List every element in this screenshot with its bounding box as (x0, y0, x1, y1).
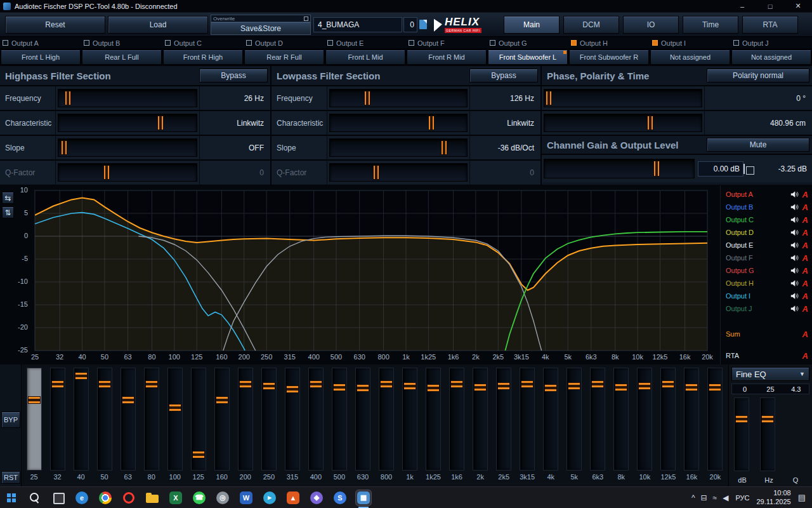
slider-handle[interactable] (647, 116, 653, 130)
eq-slider-handle[interactable] (591, 380, 604, 388)
analyzer-flag[interactable]: A (799, 279, 808, 288)
speaker-icon[interactable] (789, 216, 799, 224)
fine-eq-hz-slider[interactable] (760, 398, 775, 471)
checkbox-output-f[interactable] (409, 40, 414, 46)
analyzer-flag[interactable]: A (799, 266, 808, 276)
eq-slider-track-2k[interactable] (473, 368, 488, 471)
minimize-button[interactable]: – (728, 0, 756, 12)
tray-volume-icon[interactable]: ◀ (723, 493, 728, 502)
checkbox-output-j[interactable] (733, 40, 739, 46)
eq-slider-track-160[interactable] (214, 368, 230, 471)
speaker-icon[interactable] (789, 292, 799, 300)
tray-clock[interactable]: 10:08 29.11.2025 (756, 489, 790, 507)
analyzer-flag[interactable]: A (799, 190, 808, 199)
eq-slider-track-100[interactable] (167, 368, 183, 471)
speaker-icon[interactable] (789, 254, 799, 262)
purple-app-icon[interactable]: ◆ (309, 490, 324, 505)
channel-button-front-r-mid[interactable]: Front R Mid (407, 50, 487, 65)
tab-main[interactable]: Main (504, 16, 560, 34)
eq-slider-handle[interactable] (51, 380, 64, 388)
channel-button-rear-r-full[interactable]: Rear R Full (244, 50, 324, 65)
slider-track[interactable] (329, 138, 468, 157)
analyzer-flag[interactable]: A (799, 228, 808, 237)
eq-slider-track-500[interactable] (332, 368, 347, 471)
slider-track[interactable] (329, 89, 468, 107)
eq-slider-handle[interactable] (75, 372, 88, 380)
speaker-icon[interactable] (789, 267, 799, 274)
security-app-icon[interactable]: ▲ (285, 490, 301, 505)
slider-track[interactable] (329, 163, 468, 182)
taskview-icon[interactable] (51, 490, 66, 505)
plot-area[interactable] (35, 190, 707, 351)
fine-eq-hz-handle[interactable] (761, 415, 774, 423)
fine-eq-q-value[interactable]: 4.3 (783, 384, 809, 394)
eq-slider-track-5k[interactable] (566, 368, 582, 471)
channel-button-not-assigned[interactable]: Not assigned (731, 50, 811, 65)
speaker-icon[interactable] (789, 305, 799, 312)
tab-rta[interactable]: RTA (742, 16, 798, 34)
eq-slider-track-4k[interactable] (543, 368, 558, 471)
analyzer-flag[interactable]: A (799, 241, 808, 250)
checkbox-output-h[interactable] (571, 40, 577, 46)
analyzer-flag[interactable]: A (799, 304, 808, 314)
eq-slider-handle[interactable] (145, 380, 158, 388)
eq-slider-handle[interactable] (98, 380, 111, 388)
channel-button-front-l-mid[interactable]: Front L Mid (325, 50, 405, 65)
sum-analyzer-flag[interactable]: A (799, 330, 808, 339)
eq-slider-track-6k3[interactable] (590, 368, 605, 471)
checkbox-output-c[interactable] (165, 40, 171, 46)
eq-slider-track-400[interactable] (308, 368, 324, 471)
preset-name-input[interactable]: 4_BUMAGA (313, 17, 402, 32)
save-store-button[interactable]: Save&Store (211, 22, 310, 34)
start-icon[interactable] (4, 490, 19, 505)
checkbox-output-g[interactable] (490, 40, 495, 46)
eq-slider-track-1k6[interactable] (449, 368, 464, 471)
slider-handle[interactable] (364, 91, 370, 105)
slider-handle[interactable] (65, 91, 71, 105)
slider-handle[interactable] (157, 116, 164, 130)
link-icon[interactable] (743, 164, 745, 174)
eq-slider-track-16k[interactable] (684, 368, 699, 471)
eq-slider-track-32[interactable] (50, 368, 65, 471)
eq-slider-handle[interactable] (544, 384, 557, 392)
eq-slider-handle[interactable] (521, 380, 534, 388)
fine-eq-db-value[interactable]: 0 (732, 384, 757, 394)
eq-slider-handle[interactable] (263, 382, 275, 390)
word-icon[interactable]: W (239, 490, 254, 505)
fine-eq-hz-value[interactable]: 25 (757, 384, 783, 394)
eq-slider-handle[interactable] (403, 382, 416, 390)
slider-handle[interactable] (441, 140, 447, 155)
eq-slider-handle[interactable] (709, 384, 721, 391)
fine-eq-dropdown[interactable]: Fine EQ ▼ (731, 367, 809, 381)
eq-slider-handle[interactable] (450, 380, 463, 388)
eq-slider-track-12k5[interactable] (660, 368, 676, 471)
preset-edit-icon[interactable] (419, 20, 427, 29)
analyzer-flag[interactable]: A (799, 203, 808, 212)
tray-display-icon[interactable]: ⊟ (701, 493, 707, 502)
eq-slider-handle[interactable] (615, 384, 627, 391)
eq-slider-handle[interactable] (310, 380, 322, 388)
eq-slider-track-50[interactable] (97, 368, 112, 471)
gain-value[interactable]: 0.00 dB (698, 161, 743, 177)
eq-slider-track-1k25[interactable] (426, 368, 441, 471)
eq-slider-handle[interactable] (122, 396, 134, 404)
eq-slider-track-200[interactable] (238, 368, 253, 471)
speaker-icon[interactable] (789, 229, 799, 236)
eq-slider-handle[interactable] (638, 382, 651, 390)
eq-slider-track-10k[interactable] (637, 368, 652, 471)
channel-button-front-subwoofer-r[interactable]: Front Subwoofer R (569, 50, 649, 65)
eq-slider-track-63[interactable] (121, 368, 136, 471)
telegram-icon[interactable]: ▸ (262, 490, 277, 505)
language-indicator[interactable]: РУС (735, 494, 749, 502)
channel-button-not-assigned[interactable]: Not assigned (650, 50, 730, 65)
eq-slider-handle[interactable] (497, 382, 510, 390)
tray-wifi-icon[interactable]: ≈ (713, 493, 717, 502)
slider-track[interactable] (58, 89, 197, 107)
dsp-tool-icon[interactable]: ▦ (356, 490, 371, 505)
eq-slider-handle[interactable] (169, 404, 181, 411)
polarity-button[interactable]: Polarity normal (707, 69, 809, 83)
speaker-icon[interactable] (789, 203, 799, 211)
eq-slider-track-1k[interactable] (402, 368, 417, 471)
eq-slider-handle[interactable] (685, 384, 698, 391)
eq-slider-track-3k15[interactable] (520, 368, 535, 471)
